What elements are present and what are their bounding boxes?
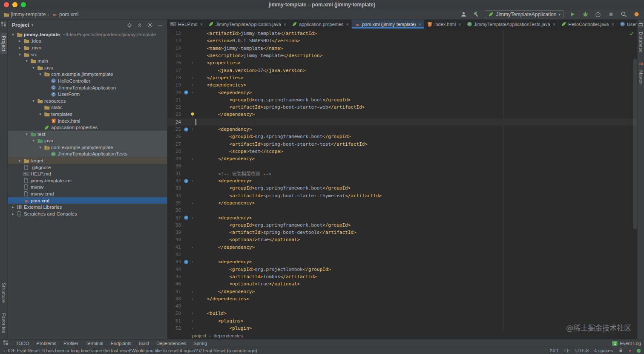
tree-item-gitignore[interactable]: .gitignore — [8, 164, 167, 171]
code-text[interactable]: <artifactId>spring-boot-starter-test</ar… — [196, 141, 368, 147]
tool-stripe-project[interactable]: Project — [0, 33, 7, 54]
indent-widget[interactable]: 4 spaces — [594, 348, 613, 353]
tree-item-mvnw[interactable]: mvnw — [8, 184, 167, 191]
tree-item-userform[interactable]: CUserForm — [8, 91, 167, 98]
tree-item-src[interactable]: ▾src — [8, 51, 167, 58]
tab-close-icon[interactable]: × — [553, 22, 555, 27]
line-number[interactable]: 12 — [167, 31, 183, 36]
tree-open-arrow[interactable]: ▾ — [31, 99, 36, 103]
line-number[interactable]: 28 — [167, 149, 183, 154]
line-number[interactable]: 48 — [167, 296, 183, 302]
tree-item-hellocontroller[interactable]: CHelloController — [8, 78, 167, 84]
line-number[interactable]: 20 — [167, 90, 183, 95]
encoding-widget[interactable]: UTF-8 — [575, 348, 589, 353]
fold-marker[interactable]: ▴ — [190, 157, 196, 161]
tree-item-com-example-jimmytemplate[interactable]: ▾com.example.jimmytemplate — [8, 144, 167, 151]
editor-scrollbar[interactable] — [633, 59, 637, 229]
code-text[interactable]: <artifactId>lombok</artifactId> — [196, 274, 317, 279]
editor-tab-hellocontroller-java[interactable]: HelloController.java× — [558, 20, 617, 29]
maven-dependency-gutter-icon[interactable] — [183, 259, 190, 265]
tree-open-arrow[interactable]: ▾ — [17, 52, 23, 57]
editor-breadcrumb-project[interactable]: project — [192, 333, 206, 338]
fold-marker[interactable]: ▾ — [190, 326, 196, 330]
tree-item-test[interactable]: ▾test — [8, 131, 167, 138]
inspections-ok-icon[interactable] — [629, 31, 634, 37]
read-only-lock-icon[interactable] — [618, 348, 623, 354]
tree-item-idea[interactable]: ▸.idea — [8, 38, 167, 45]
line-number[interactable]: 52 — [167, 325, 183, 331]
code-text[interactable]: <description>jimmy-template</description… — [196, 53, 322, 58]
line-number[interactable]: 40 — [167, 237, 183, 242]
minimize-window-button[interactable] — [12, 2, 17, 7]
line-number[interactable]: 26 — [167, 134, 183, 139]
tree-item-mvn[interactable]: ▸.mvn — [8, 44, 167, 51]
editor-tab-index-html[interactable]: 5index.html× — [424, 20, 464, 29]
tool-window-button-build[interactable]: Build — [138, 341, 149, 346]
code-text[interactable]: <groupId>org.springframework.boot</group… — [196, 222, 351, 228]
hide-button[interactable] — [156, 21, 164, 29]
fold-marker[interactable]: ▾ — [190, 127, 196, 131]
search-button[interactable] — [619, 10, 628, 19]
fold-marker[interactable]: ▴ — [190, 245, 196, 249]
caret-position-widget[interactable]: 24:1 — [550, 348, 559, 353]
code-text[interactable]: <name>jimmy-template</name> — [196, 46, 283, 51]
tree-item-jimmy-template-iml[interactable]: jimmy-template.iml — [8, 177, 167, 184]
line-number[interactable]: 46 — [167, 281, 183, 287]
tree-item-index-html[interactable]: 5index.html — [8, 118, 167, 124]
code-text[interactable]: </dependency> — [196, 289, 255, 294]
tree-item-static[interactable]: static — [8, 104, 167, 111]
tree-closed-arrow[interactable]: ▸ — [10, 212, 16, 216]
code-text[interactable] — [196, 119, 196, 125]
tree-closed-arrow[interactable]: ▸ — [17, 158, 23, 163]
line-number[interactable]: 36 — [167, 207, 183, 213]
code-text[interactable]: <plugins> — [196, 318, 244, 324]
tab-close-icon[interactable]: × — [284, 22, 286, 27]
code-text[interactable]: </dependencies> — [196, 296, 249, 302]
tool-window-button-problems[interactable]: Problems — [37, 341, 56, 346]
code-text[interactable]: <dependency> — [196, 215, 252, 221]
fold-marker[interactable]: ▴ — [190, 76, 196, 80]
line-number[interactable]: 47 — [167, 289, 183, 294]
stop-button[interactable] — [607, 10, 615, 19]
run-button[interactable] — [568, 10, 577, 19]
code-text[interactable]: <dependency> — [196, 127, 252, 132]
event-log-button[interactable]: 1 Event Log — [612, 341, 641, 346]
tool-stripe-database[interactable]: Database — [638, 22, 644, 56]
line-number[interactable]: 43 — [167, 259, 183, 265]
code-text[interactable]: <dependency> — [196, 178, 252, 184]
line-number[interactable]: 17 — [167, 68, 183, 73]
code-text[interactable]: <properties> — [196, 60, 241, 66]
tree-item-help-md[interactable]: HELP.md — [8, 170, 167, 177]
user-button[interactable] — [459, 10, 468, 19]
code-text[interactable]: <groupId>org.springframework.boot</group… — [196, 185, 351, 191]
line-number[interactable]: 21 — [167, 97, 183, 103]
tree-item-java[interactable]: ▾java — [8, 64, 167, 71]
editor[interactable]: 12 <artifactId>jimmy-template</artifactI… — [167, 29, 637, 332]
fold-marker[interactable]: ▾ — [190, 61, 196, 65]
close-window-button[interactable] — [4, 2, 9, 7]
tab-close-icon[interactable]: × — [200, 22, 203, 27]
profiler-button[interactable] — [594, 10, 602, 19]
code-text[interactable]: <!-- 安装模版依赖 --> — [196, 170, 272, 177]
tree-item-jimmy-template[interactable]: ▾jimmy-template~/IdeaProjects/demo/demo/… — [8, 31, 167, 38]
code-text[interactable]: <artifactId>spring-boot-devtools</artifa… — [196, 230, 356, 235]
editor-breadcrumb-dependencies[interactable]: dependencies — [214, 333, 243, 338]
tool-window-button-todo[interactable]: TODO — [16, 341, 29, 346]
debug-button[interactable] — [581, 10, 589, 19]
fold-marker[interactable]: ▾ — [190, 311, 196, 315]
code-text[interactable]: </dependency> — [196, 112, 255, 117]
code-text[interactable]: <optional>true</optional> — [196, 281, 300, 287]
code-text[interactable]: <artifactId>spring-boot-starter-web</art… — [196, 104, 365, 110]
editor-tab-help-md[interactable]: HELP.md× — [167, 20, 206, 29]
zoom-window-button[interactable] — [21, 2, 26, 7]
line-number[interactable]: 29 — [167, 156, 183, 161]
code-text[interactable]: <groupId>org.springframework.boot</group… — [196, 134, 351, 139]
line-number[interactable]: 32 — [167, 178, 183, 184]
code-text[interactable]: <optional>true</optional> — [196, 237, 300, 242]
code-text[interactable]: <plugin> — [196, 325, 252, 331]
code-text[interactable]: <dependency> — [196, 90, 252, 95]
updates-button[interactable] — [632, 10, 641, 19]
breadcrumb-item-pom-xml[interactable]: mpom.xml — [52, 12, 78, 17]
tool-window-switcher-icon[interactable] — [3, 340, 9, 346]
fold-marker[interactable]: ▴ — [190, 297, 196, 301]
